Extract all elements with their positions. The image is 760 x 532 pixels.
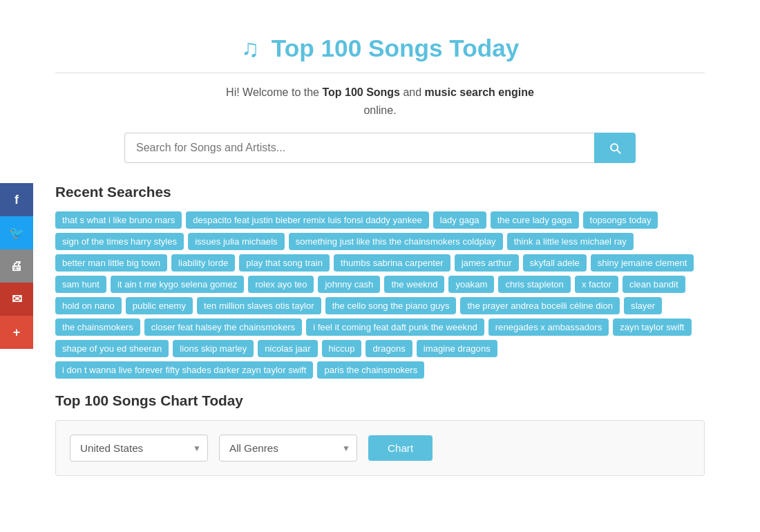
recent-search-tag[interactable]: the chainsmokers bbox=[55, 319, 140, 336]
recent-search-tag[interactable]: lions skip marley bbox=[173, 340, 254, 357]
recent-search-tag[interactable]: x factor bbox=[575, 276, 618, 293]
recent-search-tag[interactable]: shiny jemaine clement bbox=[591, 254, 694, 272]
recent-search-tag[interactable]: shape of you ed sheeran bbox=[55, 340, 169, 357]
title-divider bbox=[55, 73, 705, 73]
chart-button[interactable]: Chart bbox=[368, 435, 433, 461]
welcome-text: Hi! Welcome to the Top 100 Songs and mus… bbox=[14, 84, 746, 119]
twitter-button[interactable]: 🐦 bbox=[0, 216, 33, 249]
recent-search-tag[interactable]: despacito feat justin bieber remix luis … bbox=[186, 211, 429, 229]
recent-search-tag[interactable]: sam hunt bbox=[55, 276, 106, 293]
recent-search-tag[interactable]: clean bandit bbox=[623, 276, 685, 293]
recent-search-tag[interactable]: think a little less michael ray bbox=[507, 233, 634, 250]
recent-search-tag[interactable]: the cello song the piano guys bbox=[325, 297, 457, 314]
genre-select-wrapper: All GenresPopRockHip-HopCountryElectroni… bbox=[219, 435, 357, 462]
recent-search-tag[interactable]: imagine dragons bbox=[417, 340, 497, 357]
recent-search-tag[interactable]: dragons bbox=[365, 340, 412, 357]
recent-search-tag[interactable]: the weeknd bbox=[384, 276, 444, 293]
recent-search-tag[interactable]: nicolas jaar bbox=[258, 340, 317, 357]
recent-search-tag[interactable]: ten million slaves otis taylor bbox=[197, 297, 321, 314]
recent-search-tag[interactable]: thumbs sabrina carpenter bbox=[334, 254, 450, 272]
print-button[interactable]: 🖨 bbox=[0, 249, 33, 283]
recent-search-tag[interactable]: renegades x ambassadors bbox=[488, 319, 609, 336]
chart-controls: United StatesUnited KingdomCanadaAustral… bbox=[55, 420, 705, 476]
recent-search-tag[interactable]: hold on nano bbox=[55, 297, 122, 314]
recent-search-tag[interactable]: something just like this the chainsmoker… bbox=[289, 233, 503, 250]
country-select-wrapper: United StatesUnited KingdomCanadaAustral… bbox=[70, 435, 208, 462]
recent-search-tag[interactable]: zayn taylor swift bbox=[613, 319, 691, 336]
facebook-button[interactable]: f bbox=[0, 183, 33, 216]
recent-search-tag[interactable]: skyfall adele bbox=[523, 254, 587, 272]
recent-search-tag[interactable]: yoakam bbox=[448, 276, 494, 293]
recent-search-tag[interactable]: the cure lady gaga bbox=[491, 211, 579, 229]
chart-section-title: Top 100 Songs Chart Today bbox=[55, 392, 705, 409]
search-input[interactable] bbox=[124, 133, 594, 163]
recent-search-tag[interactable]: lady gaga bbox=[433, 211, 486, 229]
googleplus-button[interactable]: + bbox=[0, 316, 33, 349]
recent-search-tag[interactable]: hiccup bbox=[322, 340, 362, 357]
recent-search-tag[interactable]: the prayer andrea bocelli céline dion bbox=[460, 297, 620, 314]
search-icon bbox=[608, 141, 622, 155]
recent-search-tag[interactable]: public enemy bbox=[126, 297, 193, 314]
music-icon: ♫ bbox=[241, 35, 259, 61]
recent-search-tag[interactable]: rolex ayo teo bbox=[248, 276, 314, 293]
recent-search-tag[interactable]: sign of the times harry styles bbox=[55, 233, 184, 250]
recent-search-tag[interactable]: slayer bbox=[624, 297, 662, 314]
tags-container: that s what i like bruno marsdespacito f… bbox=[55, 211, 705, 379]
recent-search-tag[interactable]: i don t wanna live forever fifty shades … bbox=[55, 361, 313, 379]
recent-search-tag[interactable]: better man little big town bbox=[55, 254, 167, 272]
country-select[interactable]: United StatesUnited KingdomCanadaAustral… bbox=[70, 435, 208, 462]
main-content: ♫ Top 100 Songs Today Hi! Welcome to the… bbox=[0, 0, 760, 497]
recent-search-tag[interactable]: liability lorde bbox=[171, 254, 235, 272]
page-title: ♫ Top 100 Songs Today bbox=[14, 21, 746, 62]
recent-search-tag[interactable]: issues julia michaels bbox=[188, 233, 285, 250]
recent-search-tag[interactable]: closer feat halsey the chainsmokers bbox=[144, 319, 302, 336]
recent-search-tag[interactable]: james arthur bbox=[455, 254, 519, 272]
recent-search-tag[interactable]: topsongs today bbox=[583, 211, 658, 229]
recent-search-tag[interactable]: it ain t me kygo selena gomez bbox=[111, 276, 244, 293]
recent-search-tag[interactable]: play that song train bbox=[239, 254, 330, 272]
email-button[interactable]: ✉ bbox=[0, 283, 33, 316]
social-sidebar: f 🐦 🖨 ✉ + bbox=[0, 183, 33, 349]
recent-search-tag[interactable]: that s what i like bruno mars bbox=[55, 211, 182, 229]
recent-searches-title: Recent Searches bbox=[55, 184, 746, 200]
genre-select[interactable]: All GenresPopRockHip-HopCountryElectroni… bbox=[219, 435, 357, 462]
recent-search-tag[interactable]: i feel it coming feat daft punk the week… bbox=[306, 319, 484, 336]
recent-search-tag[interactable]: paris the chainsmokers bbox=[317, 361, 424, 379]
recent-search-tag[interactable]: chris stapleton bbox=[498, 276, 571, 293]
search-container bbox=[124, 133, 636, 163]
recent-search-tag[interactable]: johnny cash bbox=[318, 276, 380, 293]
search-button[interactable] bbox=[594, 133, 636, 163]
